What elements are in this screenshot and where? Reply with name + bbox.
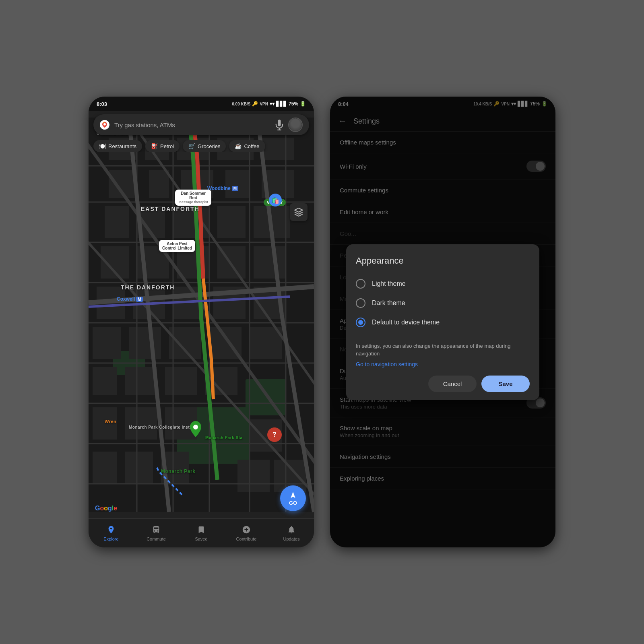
mic-icon[interactable] — [274, 119, 285, 130]
svg-rect-30 — [129, 327, 161, 359]
monarch-park-label: Monarch Park — [161, 469, 195, 474]
east-danforth-label: EAST DANFORTH — [141, 206, 200, 212]
map-area[interactable]: CODBINE HEIGHTS EAST DANFORTH THE DANFOR… — [89, 111, 314, 518]
svg-rect-29 — [93, 327, 121, 359]
google-maps-logo — [100, 120, 109, 130]
nav-updates[interactable]: Updates — [269, 525, 314, 541]
appearance-modal: Appearance Light theme Dark theme Defaul… — [346, 244, 539, 400]
avatar[interactable] — [288, 118, 303, 132]
modal-title: Appearance — [356, 256, 530, 266]
dan-sommer-name: Dan Sommer Rmt — [178, 191, 208, 200]
svg-rect-45 — [237, 460, 270, 492]
coxwell-label: Coxwell — [117, 296, 135, 302]
updates-label: Updates — [283, 537, 300, 541]
search-bar[interactable]: Try gas stations, ATMs — [93, 114, 309, 135]
battery-left: 75% — [289, 101, 298, 107]
dan-sommer-type: Massage therapist — [178, 200, 208, 204]
petrol-label: Petrol — [160, 143, 174, 149]
light-theme-radio[interactable] — [356, 279, 365, 289]
category-bar: 🍽️ Restaurants ⛽ Petrol 🛒 Groceries ☕ Co… — [89, 140, 314, 152]
aetna-name: Aetna Pest Control Limited — [162, 242, 192, 250]
left-status-bar: 8:03 0.09 KB/S 🔑 VPN ▾▾ ▋▋▋ 75% 🔋 — [89, 97, 314, 111]
go-button[interactable]: GO — [280, 485, 306, 511]
left-time: 8:03 — [97, 101, 107, 107]
dark-theme-option[interactable]: Dark theme — [356, 293, 530, 313]
radio-selected-indicator — [358, 320, 363, 325]
groceries-label: Groceries — [198, 143, 220, 149]
layers-icon — [294, 207, 303, 217]
default-theme-option[interactable]: Default to device theme — [356, 313, 530, 332]
category-coffee[interactable]: ☕ Coffee — [229, 140, 265, 152]
svg-rect-17 — [217, 206, 246, 238]
svg-rect-10 — [149, 170, 169, 198]
go-label: GO — [289, 500, 297, 506]
nav-explore[interactable]: Explore — [89, 525, 134, 541]
saved-label: Saved — [195, 537, 207, 541]
nav-contribute[interactable]: Contribute — [224, 525, 269, 541]
contribute-label: Contribute — [236, 537, 257, 541]
modal-buttons: Cancel Save — [356, 376, 530, 392]
category-restaurants[interactable]: 🍽️ Restaurants — [93, 140, 142, 152]
modal-overlay: Appearance Light theme Dark theme Defaul… — [330, 97, 555, 547]
modal-note: In settings, you can also change the app… — [356, 342, 530, 358]
question-pin[interactable]: ? — [267, 427, 282, 442]
category-groceries[interactable]: 🛒 Groceries — [183, 140, 226, 152]
svg-rect-35 — [125, 367, 157, 395]
nav-saved[interactable]: Saved — [179, 525, 224, 541]
dan-sommer-pin[interactable]: Dan Sommer Rmt Massage therapist — [175, 190, 211, 206]
right-phone: 8:04 10.4 KB/S 🔑 VPN ▾▾ ▋▋▋ 75% 🔋 ← Sett… — [330, 97, 555, 547]
nav-commute[interactable]: Commute — [134, 525, 179, 541]
woodbine-metro-badge: M — [232, 186, 238, 191]
svg-point-68 — [193, 425, 198, 429]
svg-point-70 — [103, 123, 106, 126]
dan-sommer-bubble: Dan Sommer Rmt Massage therapist — [175, 190, 211, 206]
cancel-button[interactable]: Cancel — [428, 376, 477, 392]
map-background: CODBINE HEIGHTS EAST DANFORTH THE DANFOR… — [89, 111, 314, 518]
restaurants-icon: 🍽️ — [99, 143, 106, 149]
coffee-label: Coffee — [244, 143, 259, 149]
updates-icon — [287, 525, 296, 535]
explore-icon — [107, 525, 116, 535]
dark-theme-label: Dark theme — [372, 299, 405, 307]
aetna-pin[interactable]: Aetna Pest Control Limited — [159, 240, 195, 252]
commute-icon — [152, 525, 161, 535]
nav-settings-link[interactable]: Go to navigation settings — [356, 361, 530, 367]
left-phone: 8:03 0.09 KB/S 🔑 VPN ▾▾ ▋▋▋ 75% 🔋 — [89, 97, 314, 547]
groceries-icon: 🛒 — [188, 143, 195, 149]
battery-icon: 🔋 — [300, 101, 306, 107]
saved-icon — [197, 525, 206, 535]
monarch-park-pin[interactable] — [189, 421, 202, 434]
navigate-icon — [289, 491, 297, 499]
woodbine-station: Woodbine M — [207, 186, 238, 191]
explore-label: Explore — [103, 537, 118, 541]
coxwell-station: Coxwell M — [117, 296, 143, 302]
svg-rect-34 — [93, 367, 117, 395]
signal-icon: ▋▋▋ — [276, 101, 287, 107]
monarch-collegiate-label: Monarch Park Collegiate Institute — [129, 425, 181, 430]
save-button[interactable]: Save — [481, 376, 530, 392]
map-roads — [89, 111, 314, 518]
coxwell-metro-badge: M — [136, 297, 142, 302]
light-theme-option[interactable]: Light theme — [356, 274, 530, 293]
svg-rect-2 — [246, 379, 286, 415]
svg-rect-36 — [165, 367, 197, 395]
category-petrol[interactable]: ⛽ Petrol — [145, 140, 180, 152]
aetna-bubble: Aetna Pest Control Limited — [159, 240, 195, 252]
wren-label: Wren — [105, 419, 116, 424]
monarch-sta-label: Monarch Park Sta — [205, 436, 242, 440]
vpn-icon: VPN — [260, 102, 268, 106]
svg-rect-43 — [125, 452, 153, 484]
layer-button[interactable] — [290, 203, 308, 221]
svg-rect-31 — [169, 327, 201, 359]
commute-label: Commute — [147, 537, 166, 541]
shopping-pin[interactable]: 🛍️ — [269, 194, 282, 206]
svg-rect-14 — [105, 206, 129, 238]
svg-rect-39 — [125, 407, 157, 440]
light-theme-label: Light theme — [372, 280, 406, 287]
dark-theme-radio[interactable] — [356, 298, 365, 308]
default-theme-radio[interactable] — [356, 318, 365, 327]
search-placeholder[interactable]: Try gas stations, ATMs — [114, 122, 274, 128]
svg-rect-42 — [93, 452, 117, 484]
modal-divider — [356, 337, 530, 337]
wifi-icon: ▾▾ — [270, 101, 275, 107]
